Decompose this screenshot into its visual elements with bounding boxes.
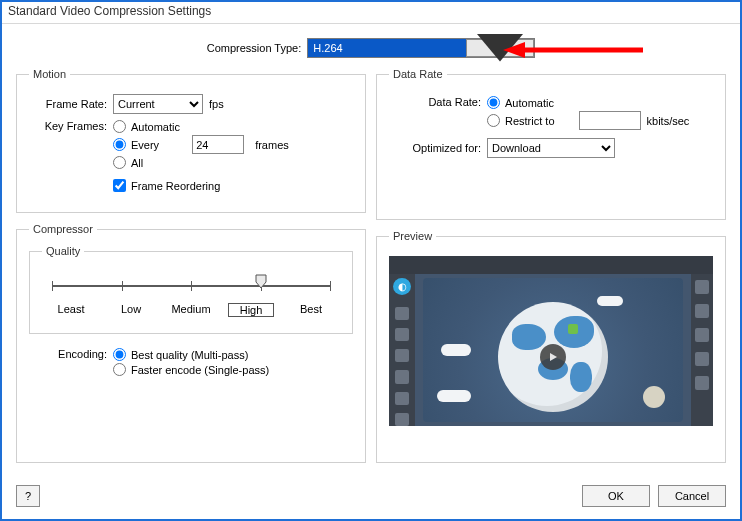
content-area: Compression Type: H.264 Motion (2, 24, 740, 519)
compressor-group: Compressor Quality (16, 223, 366, 463)
data-rate-label: Data Rate: (389, 94, 487, 108)
optimized-for-select[interactable]: Download (487, 138, 615, 158)
preview-tool-icon (395, 307, 409, 320)
compressor-legend: Compressor (29, 223, 97, 235)
compression-type-row: Compression Type: H.264 (16, 38, 726, 58)
data-rate-legend: Data Rate (389, 68, 447, 80)
motion-group: Motion Frame Rate: Current fps Key Frame… (16, 68, 366, 213)
preview-area: ◐ (389, 256, 713, 426)
preview-tool-icon (395, 370, 409, 383)
preview-tool-icon (395, 328, 409, 341)
preview-tool-icon (395, 349, 409, 362)
data-rate-automatic-radio[interactable]: Automatic (487, 96, 689, 109)
preview-tool-icon (695, 376, 709, 390)
preview-stage (415, 274, 691, 426)
preview-group: Preview ◐ (376, 230, 726, 463)
quality-group: Quality (29, 245, 353, 334)
help-button[interactable]: ? (16, 485, 40, 507)
preview-menubar (389, 256, 713, 274)
titlebar: Standard Video Compression Settings (2, 2, 740, 24)
frame-rate-select[interactable]: Current (113, 94, 203, 114)
compression-type-label: Compression Type: (207, 42, 302, 54)
preview-legend: Preview (389, 230, 436, 242)
quality-legend: Quality (42, 245, 84, 257)
encoding-label: Encoding: (29, 346, 113, 360)
preview-moon-icon (643, 386, 665, 408)
left-column: Motion Frame Rate: Current fps Key Frame… (16, 68, 366, 463)
keyframes-automatic-radio[interactable]: Automatic (113, 120, 289, 133)
keyframes-all-radio[interactable]: All (113, 156, 289, 169)
preview-right-toolbar (691, 274, 713, 426)
quality-label-high: High (228, 303, 274, 317)
footer: ? OK Cancel (16, 485, 726, 507)
key-frames-label: Key Frames: (29, 118, 113, 132)
quality-label-medium: Medium (168, 303, 214, 317)
preview-tool-icon (395, 413, 409, 426)
optimized-for-label: Optimized for: (389, 142, 487, 154)
preview-tool-icon (695, 304, 709, 318)
cancel-button[interactable]: Cancel (658, 485, 726, 507)
preview-tool-icon (695, 352, 709, 366)
keyframes-every-radio[interactable]: Every frames (113, 135, 289, 154)
preview-tool-icon (395, 392, 409, 405)
chevron-down-icon[interactable] (466, 39, 534, 57)
motion-legend: Motion (29, 68, 70, 80)
preview-tool-icon (695, 280, 709, 294)
quality-slider-thumb[interactable] (255, 273, 267, 289)
encoding-best-radio[interactable]: Best quality (Multi-pass) (113, 348, 269, 361)
window-title: Standard Video Compression Settings (8, 4, 211, 18)
quality-label-best: Best (288, 303, 334, 317)
frame-rate-label: Frame Rate: (29, 98, 113, 110)
ok-button[interactable]: OK (582, 485, 650, 507)
data-rate-restrict-radio[interactable]: Restrict to (487, 114, 555, 127)
encoding-fast-radio[interactable]: Faster encode (Single-pass) (113, 363, 269, 376)
preview-play-icon (540, 344, 566, 370)
keyframes-every-input[interactable] (192, 135, 244, 154)
frame-rate-unit: fps (209, 98, 224, 110)
quality-label-low: Low (108, 303, 154, 317)
preview-left-toolbar: ◐ (389, 274, 415, 426)
quality-label-least: Least (48, 303, 94, 317)
quality-slider[interactable] (52, 275, 330, 299)
preview-tool-icon (695, 328, 709, 342)
frame-reordering-checkbox[interactable]: Frame Reordering (113, 179, 289, 192)
right-column: Data Rate Data Rate: Automatic Restrict … (376, 68, 726, 463)
data-rate-restrict-input[interactable] (579, 111, 641, 130)
data-rate-group: Data Rate Data Rate: Automatic Restrict … (376, 68, 726, 220)
compression-type-dropdown[interactable]: H.264 (307, 38, 535, 58)
preview-app-logo-icon: ◐ (393, 278, 411, 295)
compression-type-value: H.264 (308, 42, 466, 54)
dialog-window: Standard Video Compression Settings Comp… (0, 0, 742, 521)
